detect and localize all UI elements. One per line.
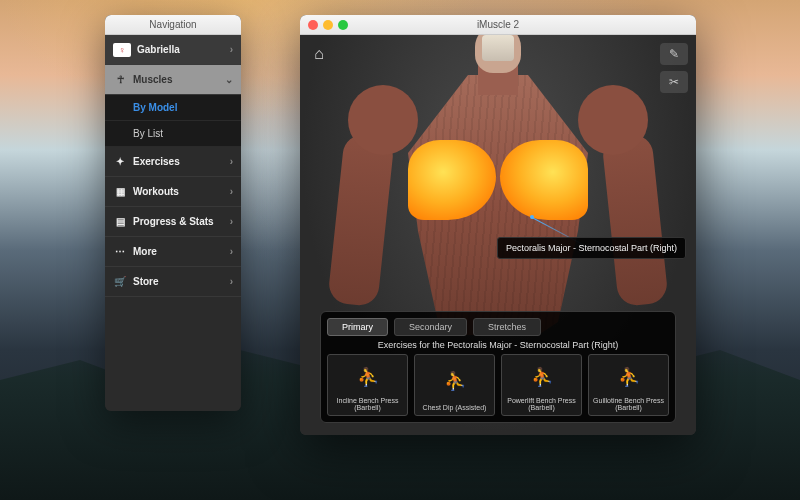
exercise-card[interactable]: ⛹ Incline Bench Press (Barbell) bbox=[327, 354, 408, 416]
sidebar-item-label: Progress & Stats bbox=[133, 216, 214, 227]
muscle-label-tooltip: Pectoralis Major - Sternocostal Part (Ri… bbox=[497, 237, 686, 259]
exercise-card[interactable]: ⛹ Powerlift Bench Press (Barbell) bbox=[501, 354, 582, 416]
exercise-thumbnail: ⛹ bbox=[331, 358, 404, 397]
exercise-thumbnail: ⛹ bbox=[592, 358, 665, 397]
exercise-panel: Primary Secondary Stretches Exercises fo… bbox=[320, 311, 676, 423]
head[interactable] bbox=[475, 35, 521, 73]
chevron-right-icon: › bbox=[230, 216, 233, 227]
sidebar-item-label: More bbox=[133, 246, 157, 257]
exercise-label: Guillotine Bench Press (Barbell) bbox=[592, 397, 665, 412]
muscles-submenu: By Model By List bbox=[105, 95, 241, 147]
sidebar-item-workouts[interactable]: ▦ Workouts › bbox=[105, 177, 241, 207]
submenu-by-list[interactable]: By List bbox=[105, 121, 241, 147]
profile-name: Gabriella bbox=[137, 44, 180, 55]
tab-primary[interactable]: Primary bbox=[327, 318, 388, 336]
navigation-titlebar: Navigation bbox=[105, 15, 241, 35]
exercises-icon: ✦ bbox=[113, 156, 127, 167]
profile-row[interactable]: ♀ Gabriella › bbox=[105, 35, 241, 65]
submenu-by-model[interactable]: By Model bbox=[105, 95, 241, 121]
chevron-right-icon: › bbox=[230, 276, 233, 287]
exercise-card[interactable]: ⛹ Guillotine Bench Press (Barbell) bbox=[588, 354, 669, 416]
skull-icon bbox=[482, 35, 514, 61]
workouts-icon: ▦ bbox=[113, 186, 127, 197]
navigation-window: Navigation ♀ Gabriella › ☥ Muscles ⌄ By … bbox=[105, 15, 241, 411]
sidebar-item-more[interactable]: ⋯ More › bbox=[105, 237, 241, 267]
arm-left[interactable] bbox=[327, 133, 394, 307]
model-viewport[interactable]: ⌂ ✎ ✂ Pectoralis Major - St bbox=[300, 35, 696, 435]
home-button[interactable]: ⌂ bbox=[308, 43, 330, 65]
more-icon: ⋯ bbox=[113, 246, 127, 257]
traffic-lights bbox=[300, 20, 348, 30]
exercise-list-header: Exercises for the Pectoralis Major - Ste… bbox=[327, 340, 669, 350]
sidebar-item-exercises[interactable]: ✦ Exercises › bbox=[105, 147, 241, 177]
shoulder-right[interactable] bbox=[578, 85, 648, 155]
sidebar-item-label: Exercises bbox=[133, 156, 180, 167]
minimize-icon[interactable] bbox=[323, 20, 333, 30]
main-window: iMuscle 2 ⌂ ✎ ✂ bbox=[300, 15, 696, 435]
chevron-right-icon: › bbox=[230, 186, 233, 197]
maximize-icon[interactable] bbox=[338, 20, 348, 30]
main-titlebar: iMuscle 2 bbox=[300, 15, 696, 35]
stats-icon: ▤ bbox=[113, 216, 127, 227]
home-icon: ⌂ bbox=[314, 45, 324, 62]
chevron-right-icon: › bbox=[230, 156, 233, 167]
exercise-label: Chest Dip (Assisted) bbox=[423, 404, 487, 412]
exercise-list: ⛹ Incline Bench Press (Barbell) ⛹ Chest … bbox=[327, 354, 669, 416]
scalpel-add-icon: ✎ bbox=[669, 47, 679, 61]
chevron-right-icon: › bbox=[230, 246, 233, 257]
arm-right[interactable] bbox=[601, 133, 668, 307]
exercise-card[interactable]: ⛹ Chest Dip (Assisted) bbox=[414, 354, 495, 416]
exercise-thumbnail: ⛹ bbox=[418, 358, 491, 404]
window-title: iMuscle 2 bbox=[300, 19, 696, 30]
chevron-right-icon: › bbox=[230, 44, 233, 55]
sidebar-item-label: Workouts bbox=[133, 186, 179, 197]
scalpel-icon: ✂ bbox=[669, 75, 679, 89]
tab-stretches[interactable]: Stretches bbox=[473, 318, 541, 336]
person-icon: ☥ bbox=[113, 74, 127, 85]
close-icon[interactable] bbox=[308, 20, 318, 30]
exercise-label: Incline Bench Press (Barbell) bbox=[331, 397, 404, 412]
sidebar-item-store[interactable]: 🛒 Store › bbox=[105, 267, 241, 297]
sidebar-item-progress[interactable]: ▤ Progress & Stats › bbox=[105, 207, 241, 237]
sidebar-item-label: Muscles bbox=[133, 74, 172, 85]
exercise-tabs: Primary Secondary Stretches bbox=[327, 318, 669, 336]
exercise-label: Powerlift Bench Press (Barbell) bbox=[505, 397, 578, 412]
cart-icon: 🛒 bbox=[113, 276, 127, 287]
navigation-list: ♀ Gabriella › ☥ Muscles ⌄ By Model By Li… bbox=[105, 35, 241, 411]
exercise-thumbnail: ⛹ bbox=[505, 358, 578, 397]
sidebar-item-label: Store bbox=[133, 276, 159, 287]
sidebar-item-muscles[interactable]: ☥ Muscles ⌄ bbox=[105, 65, 241, 95]
pectoralis-highlight[interactable] bbox=[408, 140, 588, 230]
chevron-down-icon: ⌄ bbox=[225, 74, 233, 85]
avatar: ♀ bbox=[113, 43, 131, 57]
tab-secondary[interactable]: Secondary bbox=[394, 318, 467, 336]
